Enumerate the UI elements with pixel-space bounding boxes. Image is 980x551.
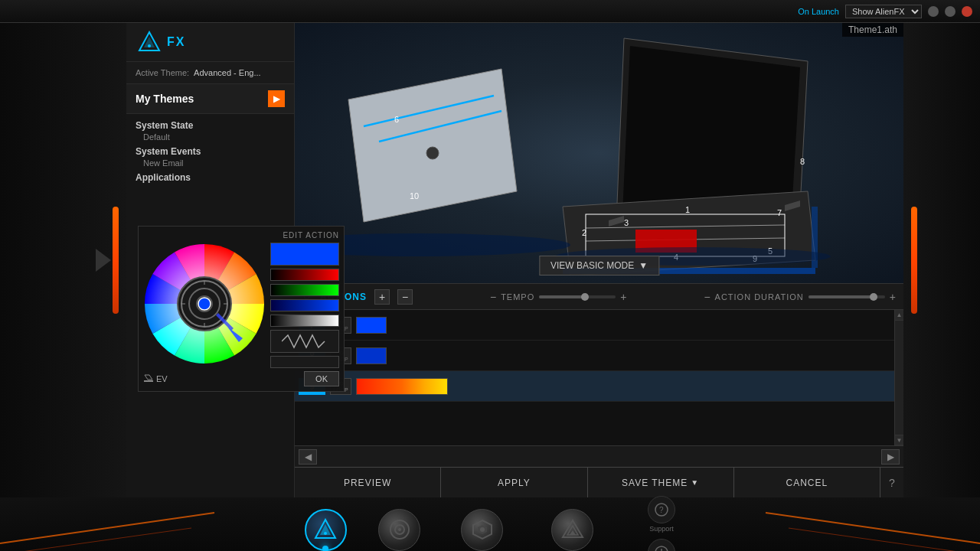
save-theme-arrow-icon: ▼ (691, 478, 699, 487)
svg-point-50 (480, 527, 485, 532)
nav-item-alienfx[interactable]: AlienFX (305, 509, 347, 552)
scroll-up-button[interactable]: ▲ (895, 310, 903, 321)
main-container: FX Active Theme: Advanced - Eng... My Th… (0, 23, 980, 497)
tempo-slider[interactable] (539, 295, 616, 298)
nav-item-alienfusion[interactable]: AlienFusion (377, 509, 421, 552)
svg-marker-53 (570, 530, 576, 535)
active-theme-value: Advanced - Eng... (194, 68, 260, 77)
support-updates-container: ? Support Updates (648, 496, 675, 551)
view-basic-mode-button[interactable]: VIEW BASIC MODE ▼ (539, 256, 659, 276)
remove-action-button[interactable]: − (397, 289, 413, 305)
support-label: Support (649, 525, 674, 533)
color-right-controls (270, 243, 339, 368)
system-events-new-email[interactable]: New Email (136, 158, 285, 168)
save-theme-label: SAVE THEME (622, 478, 688, 488)
action-row[interactable]: 9 ⟲ LOOP (295, 371, 903, 402)
view-basic-mode-label: VIEW BASIC MODE (550, 260, 634, 271)
alienfx-nav-icon[interactable] (305, 509, 347, 551)
scroll-down-button[interactable]: ▼ (895, 435, 903, 445)
fx-label: FX (167, 35, 185, 49)
tempo-minus-btn[interactable]: − (490, 291, 496, 303)
svg-point-2 (148, 44, 151, 47)
alienware-logo-icon (138, 31, 161, 54)
nav-item-adrenaline[interactable]: AlienAdrenaline (543, 509, 602, 552)
left-arrow[interactable] (96, 249, 111, 272)
close-button[interactable] (962, 6, 972, 17)
color-slider-green[interactable] (270, 284, 339, 296)
color-wheel-canvas[interactable] (143, 243, 266, 365)
svg-marker-16 (145, 375, 152, 380)
scroll-right-button[interactable]: ▶ (881, 449, 900, 465)
my-themes-row[interactable]: My Themes ▶ (126, 84, 294, 114)
system-state-header: System State (136, 120, 285, 131)
ok-button[interactable]: OK (304, 371, 339, 386)
action-row[interactable]: 8 ⟲ LOOP (295, 341, 903, 371)
action-row[interactable]: 7 ⟲ LOOP (295, 310, 903, 341)
minimize-button[interactable] (928, 6, 939, 17)
svg-point-19 (426, 147, 439, 159)
action-duration-slider[interactable] (808, 295, 885, 298)
scroll-left-button[interactable]: ◀ (299, 449, 317, 465)
nav-item-tactx[interactable]: Alienware TactX (452, 509, 512, 552)
alienfx-icon (314, 518, 337, 541)
svg-line-38 (0, 513, 214, 543)
save-theme-button[interactable]: SAVE THEME ▼ (588, 468, 734, 497)
apply-button[interactable]: APPLY (441, 468, 587, 497)
svg-text:2: 2 (582, 228, 586, 237)
svg-text:8: 8 (800, 157, 805, 166)
dur-plus-btn[interactable]: + (890, 291, 896, 303)
color-empty-row (270, 356, 339, 368)
orange-bar-right (911, 207, 917, 314)
laptop-illustration: 6 10 (295, 31, 831, 276)
tactx-nav-icon[interactable] (461, 509, 503, 551)
adrenaline-nav-icon[interactable] (551, 509, 593, 551)
svg-text:6: 6 (394, 115, 399, 124)
side-panel-right (903, 23, 980, 497)
action-rows-container: 7 ⟲ LOOP 8 ⟲ LOOP (295, 310, 903, 467)
action-color-swatch[interactable] (356, 347, 387, 364)
ev-section: EV (143, 373, 168, 384)
bottom-nav: AlienFX AlienFusion Alienware TactX (0, 497, 980, 551)
action-scrollbar[interactable]: ▲ ▼ (894, 310, 903, 445)
support-svg-icon: ? (655, 503, 668, 517)
alienfusion-nav-icon[interactable] (378, 509, 420, 551)
updates-icon[interactable] (648, 539, 675, 551)
dur-minus-btn[interactable]: − (704, 291, 710, 303)
tempo-label: TEMPO (501, 292, 534, 302)
preview-button[interactable]: PREVIEW (295, 468, 441, 497)
support-item[interactable]: ? Support (648, 496, 675, 533)
action-color-swatch[interactable] (356, 317, 387, 334)
my-themes-label: My Themes (136, 93, 268, 105)
system-events-header: System Events (136, 146, 285, 157)
cancel-button[interactable]: CANCEL (734, 468, 880, 497)
on-launch-select[interactable]: Show AlienFX (845, 5, 922, 18)
maximize-button[interactable] (945, 6, 956, 17)
color-wheel-overlay: EDIT ACTION (138, 226, 345, 392)
theme-name: Theme1.ath (848, 24, 897, 35)
action-gradient-swatch[interactable] (356, 378, 448, 395)
svg-point-44 (324, 532, 327, 535)
system-state-default[interactable]: Default (136, 132, 285, 142)
color-wheel-svg[interactable] (143, 243, 266, 365)
svg-point-13 (198, 298, 211, 310)
view-basic-mode-arrow: ▼ (639, 260, 648, 271)
color-slider-blue[interactable] (270, 299, 339, 311)
top-bar-controls: On Launch Show AlienFX (798, 5, 972, 18)
wave-svg (282, 332, 328, 350)
svg-text:1: 1 (685, 205, 690, 214)
expand-arrow[interactable]: ▶ (268, 90, 285, 107)
color-slider-white[interactable] (270, 315, 339, 327)
applications-header: Applications (136, 172, 285, 183)
active-theme-row: Active Theme: Advanced - Eng... (126, 62, 294, 84)
color-wheel-bottom: EV OK (143, 371, 339, 386)
updates-item[interactable]: Updates (648, 539, 675, 551)
sidebar-header: FX (126, 23, 294, 62)
color-slider-red[interactable] (270, 269, 339, 281)
help-button[interactable]: ? (880, 468, 903, 497)
svg-text:7: 7 (777, 208, 782, 217)
support-icon[interactable]: ? (648, 496, 675, 523)
tempo-plus-btn[interactable]: + (620, 291, 626, 303)
add-action-button[interactable]: + (374, 289, 390, 305)
tactx-icon (471, 518, 494, 541)
active-theme-label: Active Theme: (136, 68, 189, 77)
